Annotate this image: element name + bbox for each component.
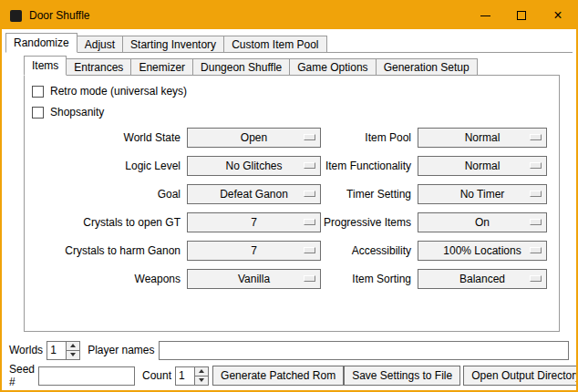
dropdown-indicator-icon	[530, 219, 542, 225]
spinner-arrows	[194, 367, 208, 385]
dropdown-value: Normal	[465, 131, 501, 144]
checkbox-retro-mode[interactable]: Retro mode (universal keys)	[32, 82, 553, 100]
count-label: Count	[142, 369, 175, 382]
option-row: World State Open Item Pool Normal	[30, 128, 553, 148]
window-title: Door Shuffle	[29, 9, 90, 22]
option-row: Crystals to harm Ganon 7 Accessibility 1…	[30, 241, 553, 261]
titlebar[interactable]: Door Shuffle ×	[2, 2, 576, 29]
checkbox-shopsanity[interactable]: Shopsanity	[32, 103, 553, 121]
save-settings-button[interactable]: Save Settings to File	[344, 366, 460, 386]
inner-tab-bar: Items Entrances Enemizer Dungeon Shuffle…	[24, 56, 560, 76]
dropdown-timer-setting[interactable]: No Timer	[418, 184, 547, 204]
arrow-up-icon	[199, 369, 204, 373]
field-label: Accessibility	[321, 244, 418, 257]
bottom-bar: Worlds Player names Seed # Count	[9, 340, 569, 386]
tab-starting-inventory[interactable]: Starting Inventory	[122, 36, 224, 53]
tab-label: Custom Item Pool	[232, 38, 318, 51]
tab-label: Enemizer	[139, 61, 185, 74]
app-icon	[10, 10, 22, 22]
close-button[interactable]: ×	[540, 2, 576, 29]
field-label: Crystals to harm Ganon	[30, 244, 187, 257]
worlds-spinner[interactable]	[46, 341, 80, 360]
dropdown-accessibility[interactable]: 100% Locations	[418, 241, 547, 261]
field-label: Weapons	[30, 273, 187, 285]
tab-label: Generation Setup	[384, 61, 470, 74]
dropdown-value: Defeat Ganon	[220, 188, 288, 201]
field-label: Crystals to open GT	[30, 216, 187, 229]
seed-input[interactable]	[38, 366, 135, 386]
outer-tab-bar: Randomize Adjust Starting Inventory Cust…	[5, 33, 573, 53]
dropdown-goal[interactable]: Defeat Ganon	[187, 184, 321, 204]
dropdown-value: No Glitches	[225, 160, 282, 172]
dropdown-indicator-icon	[530, 134, 542, 140]
dropdown-indicator-icon	[304, 134, 315, 140]
tab-label: Entrances	[74, 61, 123, 74]
maximize-button[interactable]	[503, 2, 540, 29]
count-spinner[interactable]	[175, 366, 209, 386]
tab-randomize[interactable]: Randomize	[5, 33, 77, 53]
seed-label: Seed #	[9, 363, 38, 388]
dropdown-indicator-icon	[530, 247, 542, 253]
arrow-down-icon	[199, 378, 204, 382]
dropdown-item-functionality[interactable]: Normal	[418, 156, 547, 176]
dropdown-world-state[interactable]: Open	[187, 128, 321, 148]
dropdown-crystals-open-gt[interactable]: 7	[187, 212, 321, 232]
worlds-label: Worlds	[9, 344, 46, 356]
tab-items[interactable]: Items	[24, 56, 67, 76]
dropdown-logic-level[interactable]: No Glitches	[187, 156, 321, 176]
tab-label: Items	[32, 59, 58, 72]
dropdown-value: On	[475, 216, 490, 229]
tab-game-options[interactable]: Game Options	[289, 58, 376, 76]
field-label: Timer Setting	[321, 188, 418, 201]
dropdown-crystals-harm-ganon[interactable]: 7	[187, 241, 321, 261]
dropdown-indicator-icon	[304, 275, 315, 282]
worlds-input[interactable]	[47, 342, 66, 359]
dropdown-indicator-icon	[530, 162, 542, 169]
field-label: World State	[30, 131, 187, 144]
tab-custom-item-pool[interactable]: Custom Item Pool	[223, 36, 326, 53]
open-output-directory-button[interactable]: Open Output Directory	[463, 366, 578, 386]
dropdown-value: Open	[241, 131, 267, 144]
worlds-spin-up[interactable]	[67, 342, 79, 351]
count-input[interactable]	[176, 367, 194, 385]
tab-generation-setup[interactable]: Generation Setup	[376, 58, 478, 76]
options-grid: World State Open Item Pool Normal	[30, 128, 553, 289]
tab-dungeon-shuffle[interactable]: Dungeon Shuffle	[192, 58, 290, 76]
tab-entrances[interactable]: Entrances	[66, 58, 131, 76]
count-spin-up[interactable]	[195, 367, 208, 377]
worlds-spin-down[interactable]	[67, 351, 79, 359]
dropdown-value: No Timer	[460, 188, 505, 201]
minimize-button[interactable]	[467, 2, 503, 29]
field-label: Progressive Items	[321, 216, 418, 229]
outer-notebook: Randomize Adjust Starting Inventory Cust…	[5, 33, 573, 388]
player-names-label: Player names	[88, 344, 158, 356]
randomize-tab-pane: Items Entrances Enemizer Dungeon Shuffle…	[5, 52, 573, 388]
field-label: Item Pool	[321, 131, 418, 144]
dropdown-item-sorting[interactable]: Balanced	[418, 269, 547, 289]
tab-label: Starting Inventory	[130, 38, 216, 51]
field-label: Item Functionality	[321, 160, 418, 172]
generate-patched-rom-button[interactable]: Generate Patched Rom	[212, 366, 344, 386]
dropdown-indicator-icon	[530, 191, 542, 197]
count-spin-down[interactable]	[195, 377, 208, 385]
dropdown-value: Normal	[465, 160, 501, 172]
player-names-input[interactable]	[159, 341, 570, 360]
checkbox-icon	[32, 107, 44, 119]
option-row: Crystals to open GT 7 Progressive Items …	[30, 212, 553, 232]
tab-adjust[interactable]: Adjust	[77, 36, 123, 53]
dropdown-progressive-items[interactable]: On	[418, 212, 547, 232]
field-label: Goal	[30, 188, 187, 201]
checkbox-label: Shopsanity	[50, 106, 104, 119]
tab-label: Randomize	[14, 36, 69, 49]
dropdown-weapons[interactable]: Vanilla	[187, 269, 321, 289]
dropdown-value: 100% Locations	[443, 244, 521, 257]
tab-enemizer[interactable]: Enemizer	[130, 58, 193, 76]
dropdown-indicator-icon	[530, 275, 542, 282]
window-content: Randomize Adjust Starting Inventory Cust…	[2, 29, 576, 390]
option-row: Weapons Vanilla Item Sorting Balanced	[30, 269, 553, 289]
checkbox-label: Retro mode (universal keys)	[50, 85, 187, 98]
option-row: Logic Level No Glitches Item Functionali…	[30, 156, 553, 176]
maximize-icon	[517, 11, 526, 20]
dropdown-item-pool[interactable]: Normal	[418, 128, 547, 148]
tab-label: Game Options	[297, 61, 367, 74]
